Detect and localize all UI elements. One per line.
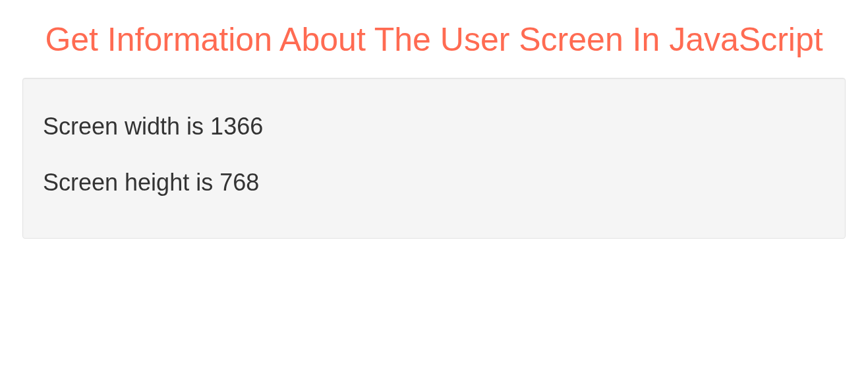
page-title: Get Information About The User Screen In… xyxy=(20,20,848,59)
screen-width-text: Screen width is 1366 xyxy=(43,111,825,142)
info-panel: Screen width is 1366 Screen height is 76… xyxy=(22,78,846,239)
screen-height-text: Screen height is 768 xyxy=(43,167,825,198)
page-container: Get Information About The User Screen In… xyxy=(0,0,868,239)
